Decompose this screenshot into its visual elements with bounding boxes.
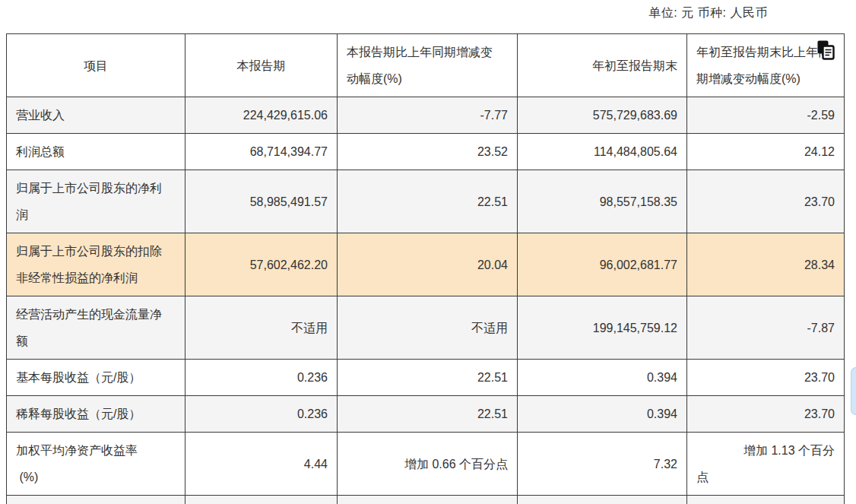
value-cell bbox=[687, 496, 845, 504]
copy-icon[interactable] bbox=[816, 40, 835, 61]
value-cell: -7.77 bbox=[338, 97, 518, 134]
value-cell bbox=[518, 496, 687, 504]
page: 单位: 元 币种: 人民币 项目 本报告期 本报告期比上年同期增减变 动幅度(%… bbox=[0, 0, 856, 504]
value-cell: 58,985,491.57 bbox=[185, 170, 338, 233]
value-cell: 0.394 bbox=[518, 396, 687, 433]
value-cell: 增加 1.13 个百分点 bbox=[687, 433, 845, 496]
value-cell: 22.51 bbox=[338, 396, 518, 433]
item-label-cell: 归属于上市公司股东的净利润 bbox=[7, 170, 185, 233]
column-header-period-change: 本报告期比上年同期增减变 动幅度(%) bbox=[338, 34, 518, 97]
item-label-cell: 经营活动产生的现金流量净额 bbox=[7, 296, 185, 360]
item-label-cell: 基本每股收益（元/股） bbox=[7, 360, 185, 396]
table-row: 稀释每股收益（元/股）0.23622.510.39423.70 bbox=[7, 396, 845, 433]
value-cell: 23.70 bbox=[687, 170, 845, 233]
table-row: 归属于上市公司股东的净利润58,985,491.5722.5198,557,15… bbox=[7, 170, 845, 233]
value-cell: 28.34 bbox=[687, 233, 845, 296]
item-label-cell: 利润总额 bbox=[7, 134, 185, 170]
table-row: 基本每股收益（元/股）0.23622.510.39423.70 bbox=[7, 360, 845, 396]
table-row: 营业收入224,429,615.06-7.77575,729,683.69-2.… bbox=[7, 97, 845, 134]
value-cell: 114,484,805.64 bbox=[518, 134, 687, 170]
value-cell: 22.51 bbox=[338, 170, 518, 233]
value-cell: 224,429,615.06 bbox=[185, 97, 338, 134]
header-row: 项目 本报告期 本报告期比上年同期增减变 动幅度(%) 年初至报告期末 年初至报… bbox=[7, 34, 845, 97]
value-cell: 不适用 bbox=[185, 296, 338, 360]
value-cell: 增加 0.66 个百分点 bbox=[338, 433, 518, 496]
column-header-item: 项目 bbox=[7, 34, 185, 97]
value-cell: 96,002,681.77 bbox=[518, 233, 687, 296]
item-label-cell: 营业收入 bbox=[7, 97, 185, 134]
value-cell bbox=[185, 496, 338, 504]
value-cell: 7.32 bbox=[518, 433, 687, 496]
value-cell: 0.236 bbox=[185, 396, 338, 433]
table-row bbox=[7, 496, 845, 504]
value-cell: 23.70 bbox=[687, 360, 845, 396]
table-row: 经营活动产生的现金流量净额不适用不适用199,145,759.12-7.87 bbox=[7, 296, 845, 360]
value-cell: 23.70 bbox=[687, 396, 845, 433]
value-cell bbox=[338, 496, 518, 504]
value-cell: 4.44 bbox=[185, 433, 338, 496]
value-cell: 575,729,683.69 bbox=[518, 97, 687, 134]
unit-note: 单位: 元 币种: 人民币 bbox=[648, 5, 768, 21]
item-label-cell: 归属于上市公司股东的扣除非经常性损益的净利润 bbox=[7, 233, 185, 296]
value-cell: 20.04 bbox=[338, 233, 518, 296]
value-cell: 98,557,158.35 bbox=[518, 170, 687, 233]
item-label-cell: 加权平均净资产收益率 (%) bbox=[7, 433, 185, 496]
table-row: 归属于上市公司股东的扣除非经常性损益的净利润57,602,462.2020.04… bbox=[7, 233, 845, 296]
value-cell: 199,145,759.12 bbox=[518, 296, 687, 360]
value-cell: 24.12 bbox=[687, 134, 845, 170]
value-cell: 23.52 bbox=[338, 134, 518, 170]
item-label-cell bbox=[7, 496, 185, 504]
value-cell: 22.51 bbox=[338, 360, 518, 396]
value-cell: 不适用 bbox=[338, 296, 518, 360]
table-row: 利润总额68,714,394.7723.52114,484,805.6424.1… bbox=[7, 134, 845, 170]
column-header-current-period: 本报告期 bbox=[185, 34, 338, 97]
table-row: 加权平均净资产收益率 (%)4.44增加 0.66 个百分点7.32增加 1.1… bbox=[7, 433, 845, 496]
financial-summary-table: 项目 本报告期 本报告期比上年同期增减变 动幅度(%) 年初至报告期末 年初至报… bbox=[6, 33, 845, 504]
value-cell: -2.59 bbox=[687, 97, 845, 134]
value-cell: 68,714,394.77 bbox=[185, 134, 338, 170]
side-panel-tab[interactable] bbox=[851, 367, 856, 415]
column-header-ytd: 年初至报告期末 bbox=[518, 34, 687, 97]
table-body: 营业收入224,429,615.06-7.77575,729,683.69-2.… bbox=[7, 97, 845, 504]
value-cell: 0.394 bbox=[518, 360, 687, 396]
value-cell: -7.87 bbox=[687, 296, 845, 360]
value-cell: 0.236 bbox=[185, 360, 338, 396]
value-cell: 57,602,462.20 bbox=[185, 233, 338, 296]
item-label-cell: 稀释每股收益（元/股） bbox=[7, 396, 185, 433]
